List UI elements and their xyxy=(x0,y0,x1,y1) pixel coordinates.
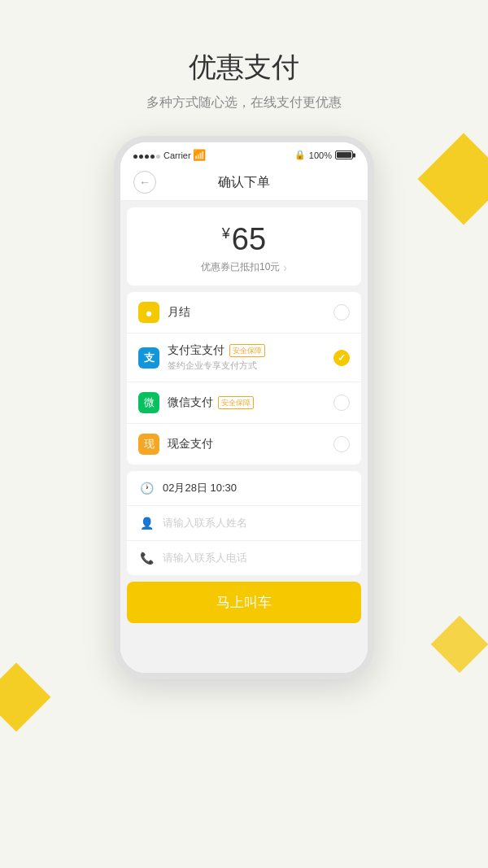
payment-item-cash[interactable]: 现 现金支付 xyxy=(127,424,361,465)
nav-bar: ← 确认下单 xyxy=(120,164,368,201)
cash-info: 现金支付 xyxy=(168,437,333,451)
signal-dots xyxy=(133,150,162,160)
wechat-security-badge: 安全保障 xyxy=(218,396,254,409)
contact-phone-field[interactable]: 📞 请输入联系人电话 xyxy=(127,541,361,575)
monthly-radio[interactable] xyxy=(333,304,350,321)
contact-name-placeholder: 请输入联系人姓名 xyxy=(163,516,247,530)
phone-content: ¥65 优惠券已抵扣10元 › ● 月结 xyxy=(120,201,368,673)
discount-text: 优惠券已抵扣10元 xyxy=(201,260,280,274)
monthly-info: 月结 xyxy=(168,305,333,320)
payment-item-monthly[interactable]: ● 月结 xyxy=(127,292,361,334)
contact-name-field[interactable]: 👤 请输入联系人姓名 xyxy=(127,506,361,541)
wechat-info: 微信支付 安全保障 xyxy=(168,395,333,410)
price-number: 65 xyxy=(232,222,266,256)
alipay-security-badge: 安全保障 xyxy=(229,344,265,357)
back-icon: ← xyxy=(139,176,150,189)
wechat-name: 微信支付 安全保障 xyxy=(168,395,333,410)
alipay-sub: 签约企业专享支付方式 xyxy=(168,360,333,372)
alipay-icon: 支 xyxy=(138,347,159,369)
cash-radio[interactable] xyxy=(333,436,350,452)
time-value: 02月28日 10:30 xyxy=(163,481,237,495)
submit-button[interactable]: 马上叫车 xyxy=(127,582,361,623)
status-left: Carrier 📶 xyxy=(133,149,206,161)
phone-body: Carrier 📶 🔒 100% ← 确认下单 ¥65 xyxy=(114,136,374,679)
chevron-right-icon: › xyxy=(283,261,287,274)
battery-icon xyxy=(335,150,355,159)
contact-phone-placeholder: 请输入联系人电话 xyxy=(163,551,247,565)
monthly-name: 月结 xyxy=(168,305,333,320)
wifi-icon: 📶 xyxy=(193,149,206,161)
clock-icon: 🕐 xyxy=(138,482,155,495)
page-subtitle: 多种方式随心选，在线支付更优惠 xyxy=(16,94,472,111)
phone-mockup: Carrier 📶 🔒 100% ← 确认下单 ¥65 xyxy=(0,136,488,679)
price-card: ¥65 优惠券已抵扣10元 › xyxy=(127,207,361,286)
cash-name: 现金支付 xyxy=(168,437,333,451)
payment-methods-card: ● 月结 支 支付宝支付 安全保障 xyxy=(127,292,361,465)
time-field[interactable]: 🕐 02月28日 10:30 xyxy=(127,471,361,506)
payment-item-alipay[interactable]: 支 支付宝支付 安全保障 签约企业专享支付方式 xyxy=(127,334,361,382)
payment-item-wechat[interactable]: 微 微信支付 安全保障 xyxy=(127,382,361,424)
monthly-icon: ● xyxy=(138,302,159,323)
alipay-name: 支付宝支付 安全保障 xyxy=(168,343,333,358)
phone-icon: 📞 xyxy=(138,552,155,565)
alipay-info: 支付宝支付 安全保障 签约企业专享支付方式 xyxy=(168,343,333,372)
person-icon: 👤 xyxy=(138,517,155,530)
lock-icon: 🔒 xyxy=(294,150,306,160)
price-amount: ¥65 xyxy=(140,222,348,257)
status-bar: Carrier 📶 🔒 100% xyxy=(120,142,368,164)
back-button[interactable]: ← xyxy=(133,171,156,194)
battery-pct: 100% xyxy=(309,150,332,160)
alipay-radio[interactable] xyxy=(333,350,350,366)
page-title: 优惠支付 xyxy=(16,49,472,86)
info-card: 🕐 02月28日 10:30 👤 请输入联系人姓名 📞 请输入联系人电话 xyxy=(127,471,361,575)
wechat-radio[interactable] xyxy=(333,395,350,411)
nav-title: 确认下单 xyxy=(156,174,332,191)
price-discount[interactable]: 优惠券已抵扣10元 › xyxy=(140,260,348,274)
hero-section: 优惠支付 多种方式随心选，在线支付更优惠 xyxy=(0,0,488,136)
cash-icon: 现 xyxy=(138,434,159,455)
submit-label: 马上叫车 xyxy=(216,595,272,610)
currency-symbol: ¥ xyxy=(222,225,230,242)
carrier-label: Carrier xyxy=(163,150,191,160)
wechat-icon: 微 xyxy=(138,392,159,413)
status-right: 🔒 100% xyxy=(294,150,355,160)
